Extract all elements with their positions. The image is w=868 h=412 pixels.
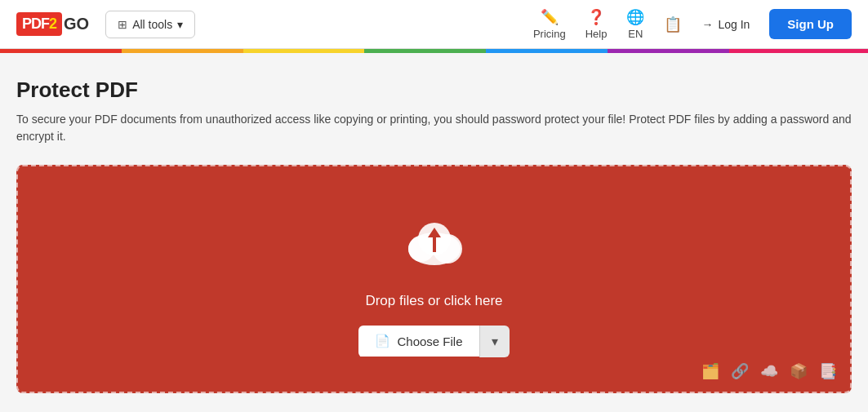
choose-file-label: Choose File	[397, 334, 462, 348]
chevron-down-icon: ▾	[177, 18, 183, 31]
page-description: To secure your PDF documents from unauth…	[16, 111, 852, 145]
signup-button[interactable]: Sign Up	[769, 9, 852, 39]
globe-icon: 🌐	[626, 8, 644, 26]
dropbox-icon[interactable]: 📦	[790, 362, 808, 380]
pricing-label: Pricing	[533, 28, 566, 40]
all-tools-label: All tools	[132, 18, 172, 31]
drop-zone-icons: 🗂️ 🔗 ☁️ 📦 📑	[701, 362, 837, 380]
pricing-nav-item[interactable]: ✏️ Pricing	[533, 8, 566, 40]
page-title: Protect PDF	[16, 78, 852, 103]
help-icon: ❓	[587, 8, 605, 26]
pages-icon[interactable]: 📑	[819, 362, 837, 380]
login-button[interactable]: → Log In	[701, 18, 750, 31]
drop-text: Drop files or click here	[365, 293, 502, 309]
cloud-upload-icon	[394, 210, 475, 278]
pricing-icon: ✏️	[541, 8, 559, 26]
all-tools-button[interactable]: ⊞ All tools ▾	[105, 11, 195, 38]
page-content: Protect PDF To secure your PDF documents…	[0, 53, 868, 410]
choose-file-button[interactable]: 📄 Choose File ▾	[358, 326, 509, 357]
login-label: Log In	[718, 18, 750, 31]
choose-file-main[interactable]: 📄 Choose File	[358, 326, 479, 357]
grid-icon: ⊞	[118, 18, 127, 31]
link-icon[interactable]: 🔗	[731, 362, 749, 380]
header: PDF2 GO ⊞ All tools ▾ ✏️ Pricing ❓ Help …	[0, 0, 868, 49]
gdrive-icon[interactable]: ☁️	[760, 362, 778, 380]
folder-icon[interactable]: 🗂️	[701, 362, 719, 380]
clipboard-icon: 📋	[664, 16, 682, 33]
clipboard-nav-item[interactable]: 📋	[664, 16, 682, 33]
help-nav-item[interactable]: ❓ Help	[585, 8, 608, 40]
login-arrow-icon: →	[701, 18, 713, 31]
choose-file-dropdown[interactable]: ▾	[479, 326, 510, 357]
logo-box: PDF2	[16, 12, 62, 36]
file-icon: 📄	[375, 334, 390, 348]
drop-zone[interactable]: Drop files or click here 📄 Choose File ▾…	[16, 165, 852, 393]
language-label: EN	[628, 28, 643, 40]
logo: PDF2 GO	[16, 12, 89, 36]
help-label: Help	[585, 28, 608, 40]
header-right: ✏️ Pricing ❓ Help 🌐 EN 📋 → Log In Sign U…	[533, 8, 852, 40]
logo-two: 2	[49, 16, 56, 32]
logo-go: GO	[64, 15, 89, 33]
language-nav-item[interactable]: 🌐 EN	[626, 8, 644, 40]
